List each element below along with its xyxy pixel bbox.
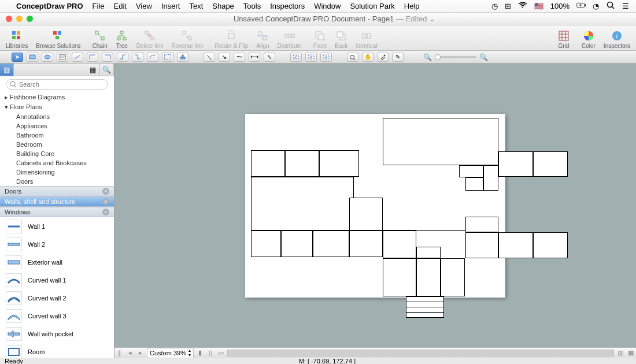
h-scrollbar[interactable] bbox=[227, 350, 614, 356]
menu-inspectors[interactable]: Inspectors bbox=[270, 2, 305, 10]
view-mode-1[interactable]: ▮ bbox=[195, 349, 205, 356]
svg-rect-12 bbox=[95, 31, 98, 34]
text-tool[interactable] bbox=[57, 53, 68, 62]
inspectors-button[interactable]: iInspectors bbox=[604, 29, 630, 49]
clock-icon[interactable]: ◔ bbox=[593, 2, 599, 10]
window-maximize-button[interactable] bbox=[27, 16, 33, 22]
tree-cabinets[interactable]: Cabinets and Bookcases bbox=[0, 158, 114, 168]
close-icon[interactable]: × bbox=[102, 209, 109, 216]
connector-r-tool[interactable] bbox=[102, 53, 113, 62]
page-next-icon[interactable]: ▸ bbox=[135, 349, 146, 356]
page-first-icon[interactable]: ‖ bbox=[114, 349, 125, 356]
libraries-button[interactable]: Libraries bbox=[6, 29, 28, 49]
ellipse-tool[interactable] bbox=[42, 53, 53, 62]
wifi-icon[interactable] bbox=[518, 1, 527, 11]
lib-header-doors[interactable]: Doors× bbox=[0, 186, 114, 196]
spotlight-icon[interactable] bbox=[606, 1, 615, 11]
connector-s-tool[interactable] bbox=[117, 53, 128, 62]
line-tool[interactable] bbox=[72, 53, 83, 62]
drawing-page[interactable] bbox=[245, 114, 505, 298]
sel-group-3[interactable] bbox=[320, 53, 332, 62]
tree-bathroom[interactable]: Bathroom bbox=[0, 131, 114, 140]
close-icon[interactable]: × bbox=[102, 188, 109, 195]
edit-tool[interactable]: ✎ bbox=[392, 53, 404, 62]
cursor-tool[interactable]: ➤ bbox=[12, 53, 23, 62]
menu-edit[interactable]: Edit bbox=[114, 2, 127, 10]
window-close-button[interactable] bbox=[6, 16, 12, 22]
menu-window[interactable]: Window bbox=[314, 2, 341, 10]
sync-icon[interactable]: ◷ bbox=[491, 2, 498, 10]
lib-header-windows[interactable]: Windows× bbox=[0, 207, 114, 217]
draw-dim-h-tool[interactable]: ⟷ bbox=[249, 53, 260, 62]
layout-1-icon[interactable]: ▥ bbox=[615, 349, 626, 356]
tree-appliances[interactable]: Appliances bbox=[0, 121, 114, 131]
svg-point-50 bbox=[45, 55, 50, 59]
zoom-slider[interactable]: 🔍 🔍 bbox=[423, 53, 488, 61]
shape-room[interactable]: Room bbox=[0, 343, 114, 358]
shape-curved-wall-1[interactable]: Curved wall 1 bbox=[0, 271, 114, 289]
menu-file[interactable]: File bbox=[93, 2, 105, 10]
menu-view[interactable]: View bbox=[136, 2, 152, 10]
zoom-tool[interactable] bbox=[347, 53, 358, 62]
draw-curve-tool[interactable]: 〜 bbox=[234, 53, 245, 62]
menu-shape[interactable]: Shape bbox=[212, 2, 234, 10]
menu-text[interactable]: Text bbox=[189, 2, 203, 10]
shape-wall-2[interactable]: Wall 2 bbox=[0, 235, 114, 253]
tree-bedroom[interactable]: Bedroom bbox=[0, 140, 114, 149]
zoom-select[interactable]: Custom 39%▴▾ bbox=[147, 348, 194, 358]
shape-wall-pocket[interactable]: Wall with pocket bbox=[0, 325, 114, 343]
canvas-viewport[interactable] bbox=[114, 64, 636, 347]
app-name[interactable]: ConceptDraw PRO bbox=[16, 2, 83, 10]
tree-building-core[interactable]: Building Core bbox=[0, 149, 114, 158]
tree-fishbone[interactable]: ▸Fishbone Diagrams bbox=[0, 92, 114, 102]
menu-help[interactable]: Help bbox=[404, 2, 420, 10]
menu-icon[interactable]: ☰ bbox=[622, 2, 629, 10]
chain-button[interactable]: Chain bbox=[93, 29, 108, 49]
shape-wall-1[interactable]: Wall 1 bbox=[0, 217, 114, 235]
flag-icon[interactable]: 🇺🇸 bbox=[534, 2, 543, 10]
draw-dim-v-tool[interactable]: ⤡ bbox=[264, 53, 275, 62]
view-mode-3[interactable]: ▭ bbox=[216, 349, 226, 356]
tree-button[interactable]: Tree bbox=[116, 29, 128, 49]
view-mode-2[interactable]: ▯ bbox=[205, 349, 216, 356]
shape-exterior-wall[interactable]: Exterior wall bbox=[0, 253, 114, 271]
panel-tab-grid[interactable]: ▦ bbox=[86, 64, 100, 76]
draw-line-tool[interactable]: ＼ bbox=[204, 53, 215, 62]
grid-button[interactable]: Grid bbox=[557, 29, 570, 49]
menu-tools[interactable]: Tools bbox=[243, 2, 261, 10]
hand-tool[interactable]: ✋ bbox=[362, 53, 374, 62]
close-icon[interactable]: × bbox=[102, 198, 109, 205]
sel-group-1[interactable] bbox=[290, 53, 302, 62]
tree-dimensioning[interactable]: Dimensioning bbox=[0, 168, 114, 177]
connector-l-tool[interactable] bbox=[87, 53, 98, 62]
sel-group-2[interactable] bbox=[305, 53, 317, 62]
menu-insert[interactable]: Insert bbox=[161, 2, 180, 10]
panel-tab-search[interactable]: 🔍 bbox=[100, 64, 114, 76]
rect-tool[interactable] bbox=[27, 53, 38, 62]
page-prev-icon[interactable]: ◂ bbox=[125, 349, 135, 356]
color-button[interactable]: Color bbox=[582, 29, 596, 49]
zoom-out-icon[interactable]: 🔍 bbox=[423, 53, 432, 61]
lib-header-walls[interactable]: Walls, shell and structure× bbox=[0, 196, 114, 207]
svg-rect-69 bbox=[8, 333, 20, 335]
tree-annotations[interactable]: Annotations bbox=[0, 112, 114, 121]
menu-solution-park[interactable]: Solution Park bbox=[350, 2, 394, 10]
connector-z-tool[interactable] bbox=[132, 53, 143, 62]
shape-curved-wall-2[interactable]: Curved wall 2 bbox=[0, 289, 114, 307]
connector-g-tool[interactable] bbox=[162, 53, 173, 62]
layout-2-icon[interactable]: ▦ bbox=[626, 349, 636, 356]
grid-icon[interactable]: ⊞ bbox=[505, 2, 511, 10]
battery-icon[interactable] bbox=[576, 1, 586, 11]
stamp-tool[interactable] bbox=[177, 53, 188, 62]
draw-arrow-tool[interactable]: ↘ bbox=[219, 53, 230, 62]
window-minimize-button[interactable] bbox=[16, 16, 23, 22]
connector-c-tool[interactable] bbox=[147, 53, 158, 62]
tree-floorplans[interactable]: ▾Floor Plans bbox=[0, 102, 114, 112]
zoom-in-icon[interactable]: 🔍 bbox=[479, 53, 488, 61]
browse-solutions-button[interactable]: Browse Solutions bbox=[36, 29, 80, 49]
library-search-input[interactable] bbox=[6, 79, 108, 90]
tree-doors[interactable]: Doors bbox=[0, 177, 114, 186]
shape-curved-wall-3[interactable]: Curved wall 3 bbox=[0, 307, 114, 325]
panel-tab-libraries[interactable]: ▥ bbox=[0, 64, 14, 76]
dropper-tool[interactable] bbox=[377, 53, 389, 62]
